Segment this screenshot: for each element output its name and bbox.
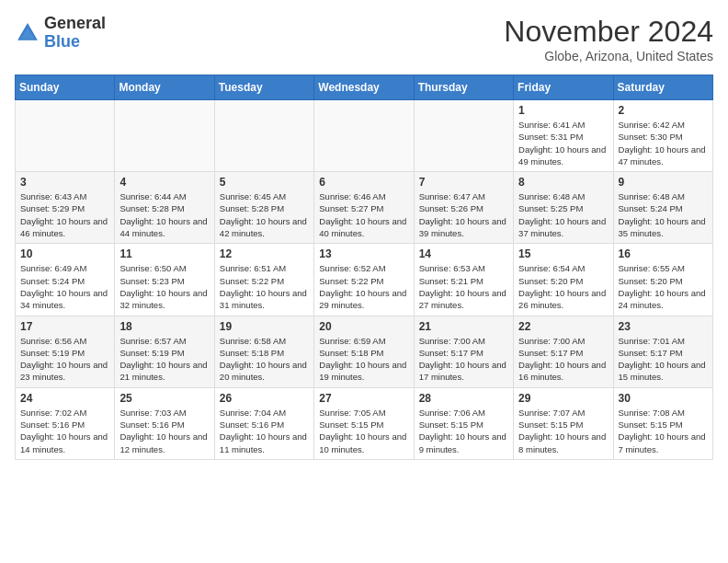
day-info: Sunrise: 6:52 AMSunset: 5:22 PMDaylight:…: [319, 262, 408, 311]
day-number: 19: [220, 320, 309, 333]
calendar-cell: [16, 100, 115, 172]
day-number: 29: [518, 392, 608, 405]
day-number: 23: [619, 320, 708, 333]
day-info: Sunrise: 7:08 AMSunset: 5:15 PMDaylight:…: [619, 407, 708, 455]
calendar-cell: [115, 100, 214, 172]
day-info: Sunrise: 6:56 AMSunset: 5:19 PMDaylight:…: [20, 335, 109, 384]
day-info: Sunrise: 6:57 AMSunset: 5:19 PMDaylight:…: [119, 335, 209, 384]
calendar-week-row: 3Sunrise: 6:43 AMSunset: 5:29 PMDaylight…: [16, 172, 713, 244]
calendar-week-row: 24Sunrise: 7:02 AMSunset: 5:16 PMDayligh…: [16, 387, 713, 459]
calendar-cell: 16Sunrise: 6:55 AMSunset: 5:20 PMDayligh…: [613, 244, 712, 316]
weekday-header: Monday: [115, 75, 214, 100]
day-info: Sunrise: 6:55 AMSunset: 5:20 PMDaylight:…: [619, 262, 708, 311]
calendar-cell: 13Sunrise: 6:52 AMSunset: 5:22 PMDayligh…: [314, 244, 414, 316]
calendar-cell: 23Sunrise: 7:01 AMSunset: 5:17 PMDayligh…: [613, 316, 712, 387]
logo: General Blue: [15, 15, 106, 52]
weekday-header: Sunday: [16, 75, 115, 100]
day-number: 10: [20, 247, 109, 260]
logo-blue: Blue: [44, 33, 106, 52]
calendar-cell: [314, 100, 414, 172]
calendar-cell: [414, 100, 513, 172]
calendar-cell: 19Sunrise: 6:58 AMSunset: 5:18 PMDayligh…: [214, 316, 313, 387]
day-info: Sunrise: 7:05 AMSunset: 5:15 PMDaylight:…: [319, 407, 408, 455]
day-info: Sunrise: 7:02 AMSunset: 5:16 PMDaylight:…: [20, 407, 109, 455]
day-info: Sunrise: 7:03 AMSunset: 5:16 PMDaylight:…: [119, 407, 209, 455]
day-number: 25: [119, 392, 209, 405]
day-info: Sunrise: 6:49 AMSunset: 5:24 PMDaylight:…: [20, 262, 109, 311]
calendar-cell: 4Sunrise: 6:44 AMSunset: 5:28 PMDaylight…: [115, 172, 214, 244]
logo-icon: [15, 20, 40, 46]
day-number: 28: [419, 392, 508, 405]
page-header: General Blue November 2024 Globe, Arizon…: [15, 15, 713, 63]
day-number: 8: [518, 176, 608, 189]
calendar-cell: 6Sunrise: 6:46 AMSunset: 5:27 PMDaylight…: [314, 172, 414, 244]
day-info: Sunrise: 7:06 AMSunset: 5:15 PMDaylight:…: [419, 407, 508, 455]
day-number: 17: [20, 320, 109, 333]
calendar: SundayMondayTuesdayWednesdayThursdayFrid…: [15, 75, 713, 460]
location: Globe, Arizona, United States: [504, 49, 713, 63]
day-info: Sunrise: 6:48 AMSunset: 5:25 PMDaylight:…: [518, 190, 608, 239]
calendar-cell: [214, 100, 313, 172]
day-info: Sunrise: 6:53 AMSunset: 5:21 PMDaylight:…: [419, 262, 508, 311]
day-info: Sunrise: 7:01 AMSunset: 5:17 PMDaylight:…: [619, 335, 708, 384]
day-info: Sunrise: 6:54 AMSunset: 5:20 PMDaylight:…: [518, 262, 608, 311]
day-info: Sunrise: 6:45 AMSunset: 5:28 PMDaylight:…: [220, 190, 309, 239]
calendar-cell: 22Sunrise: 7:00 AMSunset: 5:17 PMDayligh…: [514, 316, 613, 387]
calendar-cell: 15Sunrise: 6:54 AMSunset: 5:20 PMDayligh…: [514, 244, 613, 316]
calendar-cell: 17Sunrise: 6:56 AMSunset: 5:19 PMDayligh…: [16, 316, 115, 387]
calendar-cell: 8Sunrise: 6:48 AMSunset: 5:25 PMDaylight…: [514, 172, 613, 244]
weekday-header-row: SundayMondayTuesdayWednesdayThursdayFrid…: [16, 75, 713, 100]
calendar-cell: 3Sunrise: 6:43 AMSunset: 5:29 PMDaylight…: [16, 172, 115, 244]
day-number: 12: [220, 247, 309, 260]
calendar-week-row: 10Sunrise: 6:49 AMSunset: 5:24 PMDayligh…: [16, 244, 713, 316]
weekday-header: Tuesday: [214, 75, 313, 100]
calendar-cell: 30Sunrise: 7:08 AMSunset: 5:15 PMDayligh…: [613, 387, 712, 459]
calendar-cell: 28Sunrise: 7:06 AMSunset: 5:15 PMDayligh…: [414, 387, 513, 459]
day-number: 9: [619, 176, 708, 189]
weekday-header: Thursday: [414, 75, 513, 100]
calendar-cell: 7Sunrise: 6:47 AMSunset: 5:26 PMDaylight…: [414, 172, 513, 244]
day-number: 3: [20, 176, 109, 189]
calendar-cell: 25Sunrise: 7:03 AMSunset: 5:16 PMDayligh…: [115, 387, 214, 459]
day-number: 26: [220, 392, 309, 405]
calendar-cell: 9Sunrise: 6:48 AMSunset: 5:24 PMDaylight…: [613, 172, 712, 244]
calendar-cell: 20Sunrise: 6:59 AMSunset: 5:18 PMDayligh…: [314, 316, 414, 387]
calendar-cell: 26Sunrise: 7:04 AMSunset: 5:16 PMDayligh…: [214, 387, 313, 459]
calendar-cell: 12Sunrise: 6:51 AMSunset: 5:22 PMDayligh…: [214, 244, 313, 316]
calendar-cell: 24Sunrise: 7:02 AMSunset: 5:16 PMDayligh…: [16, 387, 115, 459]
day-number: 11: [119, 247, 209, 260]
day-info: Sunrise: 7:00 AMSunset: 5:17 PMDaylight:…: [518, 335, 608, 384]
logo-text: General Blue: [44, 15, 106, 52]
calendar-week-row: 17Sunrise: 6:56 AMSunset: 5:19 PMDayligh…: [16, 316, 713, 387]
day-number: 21: [419, 320, 508, 333]
calendar-cell: 1Sunrise: 6:41 AMSunset: 5:31 PMDaylight…: [514, 100, 613, 172]
day-info: Sunrise: 6:43 AMSunset: 5:29 PMDaylight:…: [20, 190, 109, 239]
calendar-cell: 2Sunrise: 6:42 AMSunset: 5:30 PMDaylight…: [613, 100, 712, 172]
day-info: Sunrise: 6:44 AMSunset: 5:28 PMDaylight:…: [119, 190, 209, 239]
weekday-header: Wednesday: [314, 75, 414, 100]
logo-general: General: [44, 15, 106, 33]
calendar-cell: 27Sunrise: 7:05 AMSunset: 5:15 PMDayligh…: [314, 387, 414, 459]
day-info: Sunrise: 6:50 AMSunset: 5:23 PMDaylight:…: [119, 262, 209, 311]
day-info: Sunrise: 7:07 AMSunset: 5:15 PMDaylight:…: [518, 407, 608, 455]
day-number: 14: [419, 247, 508, 260]
day-number: 7: [419, 176, 508, 189]
day-number: 18: [119, 320, 209, 333]
day-number: 5: [220, 176, 309, 189]
day-info: Sunrise: 7:00 AMSunset: 5:17 PMDaylight:…: [419, 335, 508, 384]
calendar-cell: 21Sunrise: 7:00 AMSunset: 5:17 PMDayligh…: [414, 316, 513, 387]
day-number: 13: [319, 247, 408, 260]
day-info: Sunrise: 6:59 AMSunset: 5:18 PMDaylight:…: [319, 335, 408, 384]
day-number: 24: [20, 392, 109, 405]
day-info: Sunrise: 6:58 AMSunset: 5:18 PMDaylight:…: [220, 335, 309, 384]
day-number: 6: [319, 176, 408, 189]
day-info: Sunrise: 6:41 AMSunset: 5:31 PMDaylight:…: [518, 119, 608, 167]
day-info: Sunrise: 6:42 AMSunset: 5:30 PMDaylight:…: [619, 119, 708, 167]
day-number: 1: [518, 104, 608, 117]
weekday-header: Saturday: [613, 75, 712, 100]
day-number: 2: [619, 104, 708, 117]
day-number: 22: [518, 320, 608, 333]
day-number: 27: [319, 392, 408, 405]
weekday-header: Friday: [514, 75, 613, 100]
calendar-cell: 14Sunrise: 6:53 AMSunset: 5:21 PMDayligh…: [414, 244, 513, 316]
